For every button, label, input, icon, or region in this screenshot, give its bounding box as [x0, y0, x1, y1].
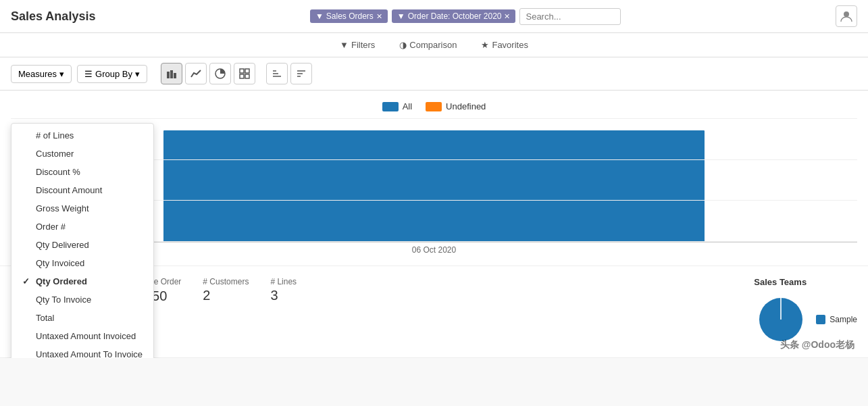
- check-icon-order-num: [22, 222, 32, 232]
- stat-lines-label: # Lines: [270, 277, 297, 286]
- check-icon-qty-delivered: [22, 240, 32, 250]
- chart-legend: All Undefined: [11, 101, 857, 111]
- comparison-button[interactable]: ◑ Comparison: [395, 37, 461, 53]
- legend-label-undefined: Undefined: [446, 101, 486, 111]
- menu-item-order-num-label: Order #: [36, 222, 66, 232]
- filter-tag-close-2[interactable]: ✕: [504, 12, 510, 21]
- stat-lines: # Lines 3: [270, 277, 297, 347]
- filter-icon-2: ▼: [397, 11, 405, 21]
- check-icon-discount-amount: [22, 185, 32, 195]
- check-icon-untaxed-amount-invoiced: [22, 331, 32, 341]
- line-chart-button[interactable]: [185, 63, 207, 84]
- avatar-button[interactable]: [836, 5, 857, 27]
- pie-area: Sample: [754, 293, 857, 347]
- sales-teams-label: Sales Teams: [754, 277, 807, 287]
- check-icon-customer: [22, 149, 32, 159]
- menu-item-qty-ordered[interactable]: ✓ Qty Ordered: [11, 272, 153, 290]
- group-by-dropdown[interactable]: ☰ Group By ▾: [77, 65, 147, 83]
- svg-rect-3: [174, 73, 176, 78]
- toolbar: Measures ▾ ☰ Group By ▾: [0, 57, 868, 91]
- measures-dropdown[interactable]: Measures ▾: [11, 65, 72, 83]
- sort-desc-button[interactable]: [290, 63, 312, 84]
- menu-item-untaxed-amount-invoiced[interactable]: Untaxed Amount Invoiced: [11, 327, 153, 345]
- filters-label: Filters: [351, 40, 375, 50]
- comparison-label: Comparison: [409, 40, 457, 50]
- favorites-label: Favorites: [492, 40, 528, 50]
- filter-tags-area: ▼ Sales Orders ✕ ▼ Order Date: October 2…: [95, 8, 836, 25]
- legend-swatch-undefined: [426, 102, 442, 111]
- menu-item-gross-weight[interactable]: Gross Weight: [11, 199, 153, 218]
- check-icon-total: [22, 313, 32, 323]
- menu-item-qty-to-invoice[interactable]: Qty To Invoice: [11, 290, 153, 309]
- chart-bar-all[interactable]: [163, 130, 705, 242]
- filter-tag-label-1: Sales Orders: [326, 11, 374, 21]
- measures-chevron-icon: ▾: [59, 69, 64, 79]
- filter-tag-sales-orders[interactable]: ▼ Sales Orders ✕: [310, 9, 388, 23]
- filter-icon-1: ▼: [315, 11, 324, 21]
- menu-item-untaxed-amount-to-invoice[interactable]: Untaxed Amount To Invoice: [11, 345, 153, 358]
- sort-asc-button[interactable]: [266, 63, 288, 84]
- pie-swatch-sample: [816, 315, 825, 324]
- filter-tag-order-date[interactable]: ▼ Order Date: October 2020 ✕: [392, 9, 516, 23]
- menu-item-qty-ordered-label: Qty Ordered: [36, 276, 87, 286]
- measures-label: Measures: [18, 69, 57, 79]
- check-icon-gross-weight: [22, 203, 32, 213]
- menu-item-discount-pct[interactable]: Discount %: [11, 163, 153, 181]
- sort-group: [266, 63, 312, 84]
- menu-item-qty-delivered[interactable]: Qty Delivered: [11, 236, 153, 254]
- menu-item-discount-amount-label: Discount Amount: [36, 185, 102, 195]
- pivot-button[interactable]: [234, 63, 255, 84]
- filter-tag-close-1[interactable]: ✕: [376, 12, 382, 21]
- menu-item-total-label: Total: [36, 313, 54, 323]
- svg-rect-8: [245, 74, 249, 78]
- legend-label-all: All: [403, 101, 412, 111]
- check-icon-qty-to-invoice: [22, 295, 32, 305]
- menu-item-discount-amount[interactable]: Discount Amount: [11, 181, 153, 199]
- svg-rect-1: [167, 72, 170, 78]
- svg-rect-6: [245, 69, 249, 73]
- chart-type-group: [161, 63, 255, 84]
- second-bar: ▼ Filters ◑ Comparison ★ Favorites: [0, 33, 868, 57]
- menu-item-qty-delivered-label: Qty Delivered: [36, 240, 89, 250]
- search-input[interactable]: [519, 8, 621, 25]
- svg-rect-5: [240, 69, 244, 73]
- menu-item-customer-label: Customer: [36, 149, 74, 159]
- menu-item-qty-to-invoice-label: Qty To Invoice: [36, 295, 91, 305]
- pie-chart: [754, 293, 808, 347]
- list-icon: ☰: [84, 69, 93, 79]
- legend-swatch-all: [382, 102, 399, 111]
- legend-item-all: All: [382, 101, 412, 111]
- watermark: 头条 @Odoo老杨: [780, 339, 854, 351]
- bar-chart-button[interactable]: [161, 63, 182, 84]
- menu-item-qty-invoiced[interactable]: Qty Invoiced: [11, 254, 153, 272]
- stat-customers: # Customers 2: [203, 277, 249, 347]
- stat-customers-label: # Customers: [203, 277, 249, 286]
- star-icon: ★: [481, 40, 489, 50]
- menu-item-customer[interactable]: Customer: [11, 145, 153, 163]
- comparison-icon: ◑: [399, 40, 407, 50]
- pie-chart-button[interactable]: [209, 63, 231, 84]
- menu-item-lines[interactable]: # of Lines: [11, 126, 153, 145]
- filter-tag-label-2: Order Date: October 2020: [408, 11, 502, 21]
- menu-item-lines-label: # of Lines: [36, 130, 74, 141]
- stat-lines-value: 3: [270, 288, 297, 303]
- filter-icon: ▼: [340, 40, 349, 50]
- pie-legend: Sample: [816, 315, 857, 324]
- page-title: Sales Analysis: [11, 9, 95, 24]
- menu-item-qty-invoiced-label: Qty Invoiced: [36, 258, 84, 268]
- svg-rect-2: [170, 70, 173, 78]
- favorites-button[interactable]: ★ Favorites: [477, 37, 532, 53]
- menu-item-untaxed-amount-to-invoice-label: Untaxed Amount To Invoice: [36, 349, 143, 358]
- filters-button[interactable]: ▼ Filters: [336, 37, 379, 53]
- menu-item-untaxed-amount-invoiced-label: Untaxed Amount Invoiced: [36, 331, 136, 341]
- menu-item-order-num[interactable]: Order #: [11, 218, 153, 236]
- top-bar-right: [836, 5, 857, 27]
- menu-item-gross-weight-label: Gross Weight: [36, 203, 89, 213]
- pie-label-sample: Sample: [829, 315, 857, 324]
- svg-rect-7: [240, 74, 244, 78]
- check-icon-untaxed-amount-to-invoice: [22, 349, 32, 358]
- menu-item-total[interactable]: Total: [11, 309, 153, 327]
- main-content: # of Lines Customer Discount % Discount …: [0, 91, 868, 358]
- top-bar: Sales Analysis ▼ Sales Orders ✕ ▼ Order …: [0, 0, 868, 33]
- check-icon-qty-ordered: ✓: [22, 276, 32, 286]
